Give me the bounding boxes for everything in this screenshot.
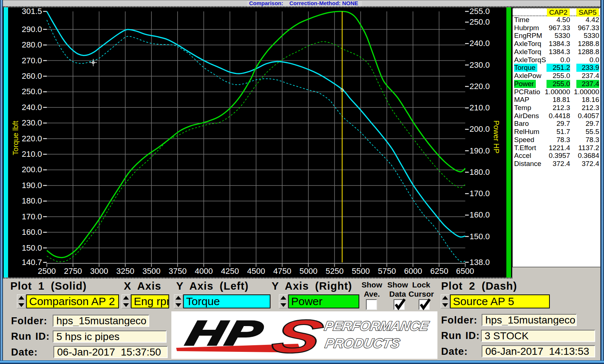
svg-text:PRODUCTS: PRODUCTS (324, 336, 401, 351)
svg-text:S: S (266, 311, 329, 359)
svg-text:PERFORMANCE: PERFORMANCE (323, 318, 430, 333)
